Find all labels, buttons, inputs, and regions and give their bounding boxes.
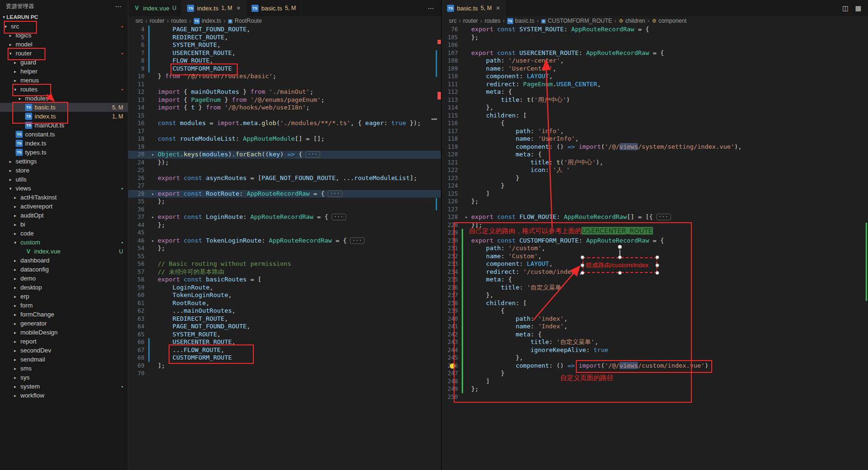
split-editor-icon[interactable]: ◫ — [842, 4, 849, 12]
code-line-107[interactable]: 107export const USERCENTER_ROUTE: AppRou… — [442, 49, 868, 57]
code-line-237[interactable]: 237 }, — [442, 291, 868, 299]
tree-item-mobileDesign[interactable]: ▸mobileDesign — [0, 328, 128, 337]
code-line-110[interactable]: 110 component: LAYOUT, — [442, 72, 868, 81]
code-line-108[interactable]: 108 path: '/user-center', — [442, 57, 868, 65]
code-line-36[interactable]: 36 — [128, 206, 441, 214]
code-line-232[interactable]: 232 name: 'Custom', — [442, 253, 868, 261]
tree-item-src[interactable]: ▾src● — [0, 22, 128, 31]
tree-item-store[interactable]: ▸store — [0, 166, 128, 175]
code-line-17[interactable]: 17 — [128, 127, 441, 136]
tree-item-settings[interactable]: ▸settings — [0, 157, 128, 166]
code-line-6[interactable]: 6 SYSTEM_ROUTE, — [128, 41, 441, 49]
editor-layout-icon[interactable]: ▦ — [855, 4, 861, 12]
code-line-67[interactable]: 67 ...FLOW_ROUTE, — [128, 346, 441, 354]
code-line-18[interactable]: 18const routeModuleList: AppRouteModule[… — [128, 135, 441, 143]
code-line-62[interactable]: 62 ...mainOutRoutes, — [128, 307, 441, 315]
tree-item-logics[interactable]: ▸logics — [0, 31, 128, 40]
code-line-8[interactable]: 8 FLOW_ROUTE, — [128, 57, 441, 65]
tree-item-constant.ts[interactable]: TSconstant.ts — [0, 130, 128, 139]
code-line-245[interactable]: 245 }, — [442, 354, 868, 362]
code-line-236[interactable]: 236 title: '自定义菜单' — [442, 284, 868, 292]
tree-item-actHiTaskinst[interactable]: ▸actHiTaskinst — [0, 193, 128, 202]
tree-item-index.ts[interactable]: TSindex.ts1, M — [0, 112, 128, 121]
code-line-61[interactable]: 61 RootRoute, — [128, 299, 441, 307]
tree-item-routes[interactable]: ▾routes● — [0, 85, 128, 94]
folded-code-ellipsis[interactable]: ··· — [328, 190, 342, 197]
tree-item-router[interactable]: ▾router● — [0, 49, 128, 58]
code-line-45[interactable]: 45 — [128, 229, 441, 237]
code-line-14[interactable]: 14import { t } from '/@/hooks/web/useI18… — [128, 104, 441, 112]
tree-item-guard[interactable]: ▸guard — [0, 58, 128, 67]
folded-code-ellipsis[interactable]: ··· — [350, 237, 365, 244]
close-icon[interactable]: × — [236, 5, 240, 11]
breadcrumb-item-component[interactable]: ⚙component — [652, 18, 687, 24]
tree-item-form[interactable]: ▸form — [0, 301, 128, 310]
code-line-119[interactable]: 119 component: () => import('/@/views/sy… — [442, 143, 868, 151]
code-line-27[interactable]: 27 — [128, 182, 441, 190]
fold-chevron-icon[interactable]: ▸ — [150, 190, 156, 198]
close-icon[interactable]: × — [496, 5, 500, 11]
tab-index.vue[interactable]: Vindex.vueU — [128, 0, 182, 16]
code-line-243[interactable]: 243 title: '自定义菜单', — [442, 338, 868, 346]
code-line-127[interactable]: 127 — [442, 206, 868, 214]
code-line-125[interactable]: 125 ] — [442, 190, 868, 198]
code-line-57[interactable]: 57// 未经许可的基本路由 — [128, 268, 441, 276]
code-editor[interactable]: 76export const SYSTEM_ROUTE: AppRouteRec… — [442, 26, 868, 470]
tree-item-views[interactable]: ▾views● — [0, 184, 128, 193]
code-line-65[interactable]: 65 SYSTEM_ROUTE, — [128, 331, 441, 339]
code-line-19[interactable]: 19 — [128, 143, 441, 151]
code-line-112[interactable]: 112 meta: { — [442, 88, 868, 96]
tree-item-model[interactable]: ▸model — [0, 40, 128, 49]
code-line-37[interactable]: 37▸export const LoginRoute: AppRouteReco… — [128, 213, 441, 221]
tree-item-dashboard[interactable]: ▸dashboard — [0, 256, 128, 265]
code-line-54[interactable]: 54}; — [128, 244, 441, 253]
code-line-123[interactable]: 123 } — [442, 174, 868, 182]
folded-code-ellipsis[interactable]: ··· — [656, 214, 671, 220]
breadcrumb-item-router[interactable]: router — [463, 18, 478, 24]
fold-chevron-icon[interactable]: ▸ — [150, 151, 156, 159]
tree-item-code[interactable]: ▸code — [0, 229, 128, 238]
code-line-24[interactable]: 24}); — [128, 159, 441, 167]
tab-index.ts[interactable]: TSindex.ts1, M× — [182, 0, 246, 16]
code-line-115[interactable]: 115 children: [ — [442, 112, 868, 120]
tree-item-bi[interactable]: ▸bi — [0, 220, 128, 229]
code-line-116[interactable]: 116 { — [442, 119, 868, 127]
code-line-247[interactable]: 247 } — [442, 370, 868, 378]
tree-item-sms[interactable]: ▸sms — [0, 364, 128, 373]
project-section-header[interactable]: ▾ LEARUN PC — [0, 12, 128, 22]
code-line-230[interactable]: 230export const CUSTOMFORM_ROUTE: AppRou… — [442, 237, 868, 245]
breadcrumb-item-src[interactable]: src — [135, 18, 143, 24]
code-line-240[interactable]: 240 path: 'index', — [442, 315, 868, 323]
code-line-124[interactable]: 124 } — [442, 182, 868, 190]
tree-item-desktop[interactable]: ▸desktop — [0, 283, 128, 292]
tree-item-dataconfig[interactable]: ▸dataconfig — [0, 265, 128, 274]
code-line-66[interactable]: 66 USERCENTER_ROUTE, — [128, 338, 441, 346]
tree-item-index.vue[interactable]: Vindex.vueU — [0, 247, 128, 256]
fold-chevron-icon[interactable]: ▸ — [463, 213, 470, 221]
breadcrumb-item-RootRoute[interactable]: ▣RootRoute — [228, 18, 262, 24]
code-line-76[interactable]: 76export const SYSTEM_ROUTE: AppRouteRec… — [442, 26, 868, 34]
folded-code-ellipsis[interactable]: ··· — [331, 214, 346, 220]
breadcrumb-item-basic.ts[interactable]: TSbasic.ts — [507, 18, 535, 24]
code-line-233[interactable]: 233 component: LAYOUT, — [442, 260, 868, 268]
code-line-111[interactable]: 111 redirect: PageEnum.USER_CENTER, — [442, 81, 868, 89]
tree-item-demo[interactable]: ▸demo — [0, 274, 128, 283]
code-line-56[interactable]: 56// Basic routing without permissions — [128, 260, 441, 268]
code-line-13[interactable]: 13import { PageEnum } from '/@/enums/pag… — [128, 96, 441, 104]
code-line-11[interactable]: 11 — [128, 81, 441, 89]
code-line-238[interactable]: 238 children: [ — [442, 299, 868, 307]
code-line-7[interactable]: 7 USERCENTER_ROUTE, — [128, 49, 441, 57]
code-line-121[interactable]: 121 title: t('用户中心'), — [442, 159, 868, 167]
code-line-4[interactable]: 4 PAGE_NOT_FOUND_ROUTE, — [128, 26, 441, 34]
code-line-228[interactable]: 228}]; — [442, 221, 868, 229]
code-line-248[interactable]: 248 ] — [442, 378, 868, 386]
breadcrumb-item-routes[interactable]: routes — [171, 18, 187, 24]
tree-item-index.ts[interactable]: TSindex.ts — [0, 139, 128, 148]
breadcrumb-item-CUSTOMFORM_ROUTE[interactable]: ▣CUSTOMFORM_ROUTE — [541, 18, 612, 24]
code-line-15[interactable]: 15 — [128, 112, 441, 120]
breadcrumb-item-router[interactable]: router — [150, 18, 164, 24]
code-line-117[interactable]: 117 path: 'info', — [442, 127, 868, 136]
tree-item-sendmail[interactable]: ▸sendmail — [0, 355, 128, 364]
tab-basic.ts[interactable]: TSbasic.ts5, M — [246, 0, 302, 16]
breadcrumb-item-index.ts[interactable]: TSindex.ts — [194, 18, 221, 24]
